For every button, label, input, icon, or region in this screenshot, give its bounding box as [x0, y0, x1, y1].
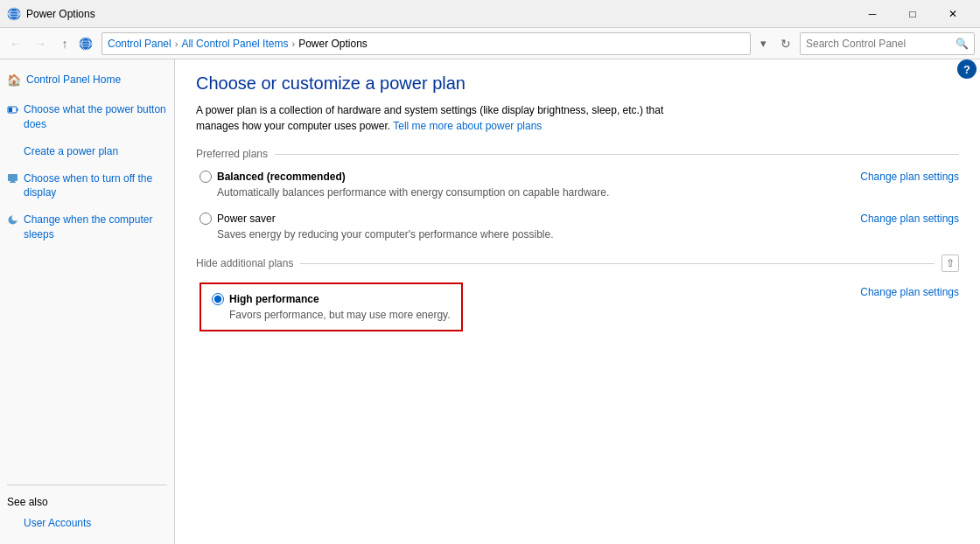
window-title: Power Options — [26, 8, 852, 20]
power-saver-plan-label[interactable]: Power saver — [200, 213, 276, 225]
restore-button[interactable]: □ — [892, 0, 933, 28]
minimize-button[interactable]: ─ — [852, 0, 892, 28]
back-button[interactable]: ← — [5, 33, 26, 54]
breadcrumb-control-panel[interactable]: Control Panel — [108, 38, 172, 50]
sidebar-item-turn-off-display[interactable]: Choose when to turn off the display — [7, 169, 167, 204]
balanced-change-settings-link[interactable]: Change plan settings — [860, 171, 959, 183]
content-area: Choose or customize a power plan A power… — [175, 59, 980, 544]
power-saver-plan-item: Power saver Change plan settings Saves e… — [196, 213, 959, 241]
up-button[interactable]: ↑ — [54, 33, 75, 54]
breadcrumb-power-options: Power Options — [298, 38, 368, 50]
power-saver-change-settings-link[interactable]: Change plan settings — [860, 213, 959, 225]
power-saver-radio[interactable] — [200, 213, 212, 225]
power-saver-plan-name: Power saver — [217, 213, 276, 225]
additional-plans-header: Hide additional plans ⇧ — [196, 255, 959, 272]
sidebar-item-create-plan[interactable]: Create a power plan — [7, 142, 167, 162]
sidebar-nav: 🏠 Control Panel Home Choose what the pow… — [7, 70, 167, 245]
app-icon — [7, 7, 21, 21]
see-also-section: See also User Accounts — [7, 496, 167, 534]
search-icon: 🔍 — [956, 38, 969, 50]
additional-plans-label: Hide additional plans — [196, 257, 300, 269]
close-button[interactable]: ✕ — [933, 0, 973, 28]
search-box: 🔍 — [800, 32, 975, 55]
sidebar-item-power-button[interactable]: Choose what the power button does — [7, 100, 167, 135]
main-container: 🏠 Control Panel Home Choose what the pow… — [0, 59, 980, 544]
balanced-plan-desc: Automatically balances performance with … — [200, 186, 959, 199]
search-input[interactable] — [806, 38, 956, 50]
preferred-plans-label: Preferred plans — [196, 148, 275, 160]
high-performance-highlight-box: High performance Favors performance, but… — [200, 282, 463, 331]
breadcrumb-all-items[interactable]: All Control Panel Items — [181, 38, 288, 50]
svg-rect-13 — [10, 182, 16, 183]
moon-icon — [7, 213, 18, 230]
refresh-button[interactable]: ↻ — [775, 33, 796, 54]
high-performance-plan-item: High performance Favors performance, but… — [196, 282, 959, 338]
learn-more-link[interactable]: Tell me more about power plans — [393, 120, 542, 132]
sidebar-item-user-accounts[interactable]: User Accounts — [7, 513, 167, 534]
balanced-plan-name: Balanced (recommended) — [217, 171, 346, 183]
page-title: Choose or customize a power plan — [196, 73, 959, 94]
hide-additional-plans-button[interactable]: ⇧ — [942, 255, 959, 272]
forward-button[interactable]: → — [30, 33, 51, 54]
sidebar: 🏠 Control Panel Home Choose what the pow… — [0, 59, 175, 544]
power-saver-plan-desc: Saves energy by reducing your computer's… — [200, 228, 959, 241]
high-performance-change-settings-link[interactable]: Change plan settings — [860, 286, 959, 298]
svg-point-15 — [12, 215, 18, 221]
monitor-icon — [7, 171, 18, 189]
home-icon: 🏠 — [7, 73, 21, 88]
high-performance-radio[interactable] — [212, 293, 224, 305]
svg-rect-9 — [17, 108, 18, 111]
balanced-radio[interactable] — [200, 171, 212, 183]
sidebar-item-control-panel-home[interactable]: 🏠 Control Panel Home — [7, 70, 167, 91]
breadcrumb-path: Control Panel › All Control Panel Items … — [102, 32, 751, 55]
high-performance-plan-desc: Favors performance, but may use more ene… — [212, 309, 451, 321]
page-description: A power plan is a collection of hardware… — [196, 102, 695, 134]
preferred-plans-header: Preferred plans — [196, 148, 959, 160]
svg-rect-12 — [10, 181, 15, 182]
see-also-label: See also — [7, 496, 167, 508]
sidebar-item-computer-sleeps[interactable]: Change when the computer sleeps — [7, 210, 167, 245]
window-controls: ─ □ ✕ — [852, 0, 973, 28]
svg-rect-10 — [9, 108, 12, 112]
location-icon — [79, 37, 93, 51]
high-performance-plan-name: High performance — [229, 293, 319, 305]
balanced-plan-item: Balanced (recommended) Change plan setti… — [196, 171, 959, 199]
address-bar: ← → ↑ Control Panel › All Control Panel … — [0, 28, 980, 59]
balanced-plan-label[interactable]: Balanced (recommended) — [200, 171, 346, 183]
svg-rect-11 — [8, 174, 18, 181]
address-dropdown-button[interactable]: ▾ — [754, 32, 772, 55]
sidebar-spacer — [7, 252, 167, 474]
battery-icon — [7, 102, 18, 120]
title-bar: Power Options ─ □ ✕ — [0, 0, 980, 28]
help-button[interactable]: ? — [957, 59, 976, 79]
sidebar-divider — [7, 485, 167, 485]
